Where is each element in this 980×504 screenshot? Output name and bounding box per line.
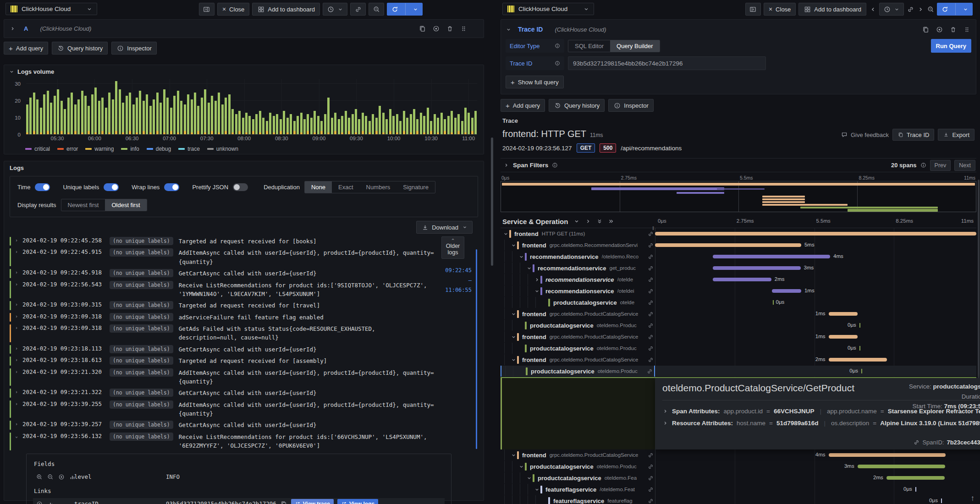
log-row[interactable]: ›2024-02-19 09:23:39.255(no unique label…: [10, 399, 482, 420]
span-duration-bar[interactable]: [655, 243, 801, 247]
span-timeline-cell[interactable]: 1ms: [655, 285, 976, 296]
collapse-one-icon[interactable]: [573, 219, 579, 225]
volume-bar[interactable]: [255, 114, 258, 134]
volume-bar[interactable]: [36, 99, 39, 134]
span-duration-bar[interactable]: [713, 266, 800, 270]
span-row-productcatalogservice[interactable]: productcatalogserviceoteldemo.Produc0μs: [501, 343, 976, 354]
chevron-right-icon[interactable]: [534, 277, 540, 282]
volume-bar[interactable]: [149, 106, 152, 134]
chevron-down-icon[interactable]: ⌄: [15, 433, 22, 450]
volume-bar[interactable]: [372, 114, 374, 134]
span-link-icon[interactable]: [648, 242, 654, 248]
volume-bar[interactable]: [355, 109, 357, 134]
span-row-productcatalogservice[interactable]: productcatalogserviceoteldemo.Produc3ms: [501, 461, 976, 472]
volume-bar[interactable]: [324, 114, 326, 134]
chevron-right-icon[interactable]: ›: [15, 368, 22, 386]
span-link-icon[interactable]: [648, 231, 654, 237]
volume-bar[interactable]: [341, 116, 343, 134]
volume-bar[interactable]: [143, 101, 145, 134]
volume-bar[interactable]: [434, 114, 436, 134]
span-duration-bar[interactable]: [829, 335, 858, 339]
chevron-down-icon[interactable]: [518, 464, 525, 469]
refresh-interval-dropdown[interactable]: [409, 3, 422, 15]
span-name-cell[interactable]: productcatalogserviceotelde: [501, 297, 655, 308]
volume-bar[interactable]: [77, 99, 80, 134]
span-timeline-cell[interactable]: 1ms: [655, 308, 976, 319]
chevron-down-icon[interactable]: [510, 312, 517, 317]
query-history-button[interactable]: Query history: [549, 99, 605, 112]
span-timeline-cell[interactable]: 0μs: [655, 297, 976, 308]
volume-bar[interactable]: [54, 96, 56, 134]
log-row[interactable]: ⌄2024-02-19 09:23:56.132(no unique label…: [10, 431, 482, 452]
trace-id-input[interactable]: [568, 56, 766, 70]
chevron-down-icon[interactable]: [526, 266, 533, 271]
volume-bar[interactable]: [369, 121, 371, 134]
span-duration-bar[interactable]: [829, 358, 887, 362]
expand-one-icon[interactable]: [585, 219, 591, 225]
volume-bar[interactable]: [47, 91, 49, 134]
span-link-icon[interactable]: [648, 498, 654, 504]
volume-bar[interactable]: [91, 94, 94, 134]
volume-bar[interactable]: [375, 118, 378, 134]
volume-bar[interactable]: [163, 89, 165, 134]
legend-item-info[interactable]: info: [121, 146, 139, 152]
zoom-out-icon[interactable]: [927, 5, 934, 13]
volume-bar[interactable]: [235, 114, 237, 134]
span-duration-bar[interactable]: [713, 278, 771, 281]
volume-bar[interactable]: [119, 89, 121, 134]
show-full-query-button[interactable]: +Show full query: [506, 76, 564, 88]
filter-out-value-icon[interactable]: [47, 473, 54, 481]
volume-bar[interactable]: [300, 113, 303, 134]
chevron-down-icon[interactable]: [506, 27, 512, 33]
volume-bar[interactable]: [201, 98, 203, 134]
prev-span-button[interactable]: Prev: [930, 160, 951, 171]
span-name-cell[interactable]: frontendHTTP GET (11ms): [501, 228, 655, 239]
volume-bar[interactable]: [427, 108, 429, 134]
span-timeline-cell[interactable]: 0μs: [655, 495, 976, 504]
inspector-button[interactable]: Inspector: [608, 99, 653, 112]
volume-bar[interactable]: [471, 118, 473, 134]
volume-bar[interactable]: [101, 98, 104, 134]
run-query-button[interactable]: Run Query: [931, 39, 971, 53]
volume-bar[interactable]: [40, 108, 42, 134]
volume-bar[interactable]: [238, 111, 241, 134]
span-timeline-cell[interactable]: 5ms: [655, 240, 976, 251]
span-link-icon[interactable]: [648, 345, 654, 351]
span-row-recommendationservice[interactable]: recommendationservice/oteldemo.Reco4ms: [501, 251, 976, 262]
volume-bar[interactable]: [396, 114, 398, 134]
volume-bar[interactable]: [221, 104, 224, 134]
volume-bar[interactable]: [423, 116, 425, 134]
collapse-all-icon[interactable]: [596, 219, 602, 225]
prettify-json-toggle[interactable]: [233, 183, 248, 191]
span-row-recommendationservice[interactable]: recommendationservice/oteldei1ms: [501, 285, 976, 296]
run-refresh-button[interactable]: [937, 3, 973, 16]
trace-timeline-minimap[interactable]: 0μs2.75ms5.5ms8.25ms11ms: [501, 175, 976, 212]
span-timeline-cell[interactable]: 0μs: [655, 320, 976, 331]
disable-query-icon[interactable]: [432, 25, 440, 33]
download-button[interactable]: Download: [416, 221, 473, 234]
volume-bar[interactable]: [338, 119, 340, 134]
share-link-button[interactable]: [350, 3, 366, 16]
span-name-cell[interactable]: productcatalogserviceoteldemo.Produc: [501, 320, 655, 331]
span-row-frontend[interactable]: frontendgrpc.oteldemo.ProductCatalogServ…: [501, 449, 976, 460]
span-row-frontend[interactable]: frontendgrpc.oteldemo.ProductCatalogServ…: [501, 308, 976, 319]
log-row[interactable]: ›2024-02-19 09:23:09.315(no unique label…: [10, 300, 482, 311]
volume-bar[interactable]: [259, 111, 261, 134]
volume-bar[interactable]: [327, 98, 330, 134]
span-row-recommendationservice[interactable]: recommendationservice/otelde2ms: [501, 274, 976, 285]
log-row[interactable]: ›2024-02-19 09:23:21.322(no unique label…: [10, 387, 482, 399]
log-row[interactable]: ›2024-02-19 09:23:21.320(no unique label…: [10, 367, 482, 388]
expand-all-icon[interactable]: [608, 219, 614, 225]
span-name-cell[interactable]: productcatalogserviceoteldemo.Produc: [501, 461, 655, 472]
filter-for-value-icon[interactable]: [36, 473, 43, 481]
wrap-lines-toggle[interactable]: [164, 183, 179, 191]
volume-bar[interactable]: [67, 98, 70, 134]
display-option-oldest-first[interactable]: Oldest first: [105, 199, 146, 211]
span-name-cell[interactable]: productcatalogserviceoteldemo.Fea: [501, 472, 655, 483]
volume-bar[interactable]: [208, 103, 210, 134]
span-link-icon[interactable]: [648, 311, 654, 317]
span-duration-bar[interactable]: [858, 465, 945, 468]
span-timeline-cell[interactable]: 4ms: [655, 449, 976, 460]
log-row[interactable]: ›2024-02-19 09:23:18.113(no unique label…: [10, 344, 482, 355]
right-datasource-picker[interactable]: ClickHouse Cloud: [502, 3, 594, 15]
